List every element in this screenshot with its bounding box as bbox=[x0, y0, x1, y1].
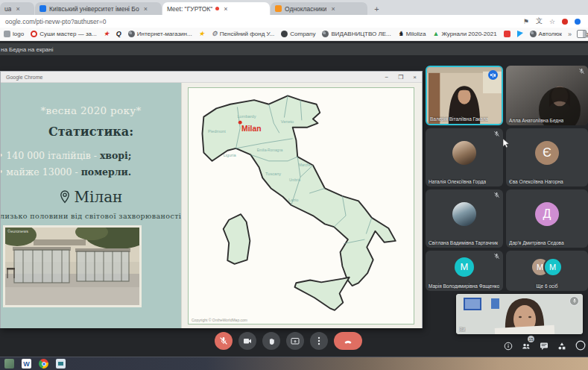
more-options-button[interactable] bbox=[310, 332, 328, 350]
participant-name: Світлана Вадимівна Тартачник bbox=[429, 240, 498, 245]
tab-meet-active[interactable]: Meet: "ГУРТОК" × bbox=[162, 2, 270, 15]
bookmark-star-icon[interactable]: ☆ bbox=[549, 18, 555, 25]
globe-icon bbox=[530, 31, 537, 37]
tab-partial[interactable]: ua × bbox=[0, 2, 34, 15]
url-text[interactable]: oogle.com/pti-nevw-pto?authuser=0 bbox=[0, 18, 523, 25]
minimize-button[interactable]: − bbox=[385, 74, 388, 81]
bookmark-item[interactable]: logo bbox=[4, 31, 24, 37]
svg-text:Tuscany: Tuscany bbox=[265, 172, 281, 176]
participants-icon[interactable]: 15 bbox=[522, 340, 531, 349]
bookmark-item[interactable]: ⚙Пенсійний фонд У... bbox=[212, 31, 275, 37]
slide-bullet-2: • майже 13000 - померли. bbox=[1, 166, 131, 178]
street-photo: ©euronews bbox=[3, 225, 142, 307]
chrome-icon[interactable] bbox=[39, 359, 48, 369]
university-favicon bbox=[39, 5, 46, 12]
participant-tile[interactable]: Д Дар'я Дмитрівна Сєдова bbox=[506, 189, 588, 248]
meeting-controls bbox=[215, 332, 362, 350]
bookmark-item[interactable]: ★ bbox=[104, 31, 110, 37]
host-controls-icon[interactable] bbox=[575, 340, 584, 349]
taskbar-app-icon[interactable] bbox=[4, 359, 14, 369]
address-bar[interactable]: oogle.com/pti-nevw-pto?authuser=0 ⚑ 文 ☆ bbox=[0, 15, 588, 28]
bookmark-item[interactable] bbox=[517, 31, 523, 37]
svg-text:Veneto: Veneto bbox=[281, 119, 294, 124]
svg-text:Marche: Marche bbox=[299, 163, 311, 167]
bookmark-item[interactable]: ♞Miloliza bbox=[398, 31, 426, 37]
shared-screen-window: Google Chrome − ❒ × *весна 2020 року* Ст… bbox=[0, 71, 423, 328]
mail-icon[interactable] bbox=[56, 359, 66, 369]
bookmark-item[interactable]: Company bbox=[281, 31, 315, 37]
mic-mute-button[interactable] bbox=[215, 332, 233, 350]
maximize-button[interactable]: ❒ bbox=[398, 74, 403, 81]
svg-text:Lombardy: Lombardy bbox=[237, 114, 256, 119]
participant-count-badge: 15 bbox=[528, 336, 534, 342]
more-participants-tile[interactable]: М М Ще 6 осіб bbox=[506, 251, 588, 291]
svg-text:Piedmont: Piedmont bbox=[208, 129, 226, 134]
italy-map-svg: Piedmont Lombardy Veneto Liguria Emilia-… bbox=[189, 90, 411, 321]
bookmark-item[interactable]: ВИДАВНИЦТВО ЛЕ... bbox=[322, 31, 391, 37]
meeting-info-icons: 15 bbox=[504, 339, 578, 351]
address-bar-icons: ⚑ 文 ☆ bbox=[523, 16, 588, 26]
participant-tile[interactable]: Наталія Олексіївна Горда bbox=[426, 128, 503, 186]
extension-red-icon[interactable] bbox=[562, 19, 568, 25]
tab-title: Meet: "ГУРТОК" bbox=[167, 5, 212, 13]
mic-muted-icon bbox=[493, 192, 500, 198]
slide-caption: близько половини від світової захворюван… bbox=[1, 212, 181, 220]
stacked-avatars: М М bbox=[506, 255, 588, 279]
translate-icon[interactable]: 文 bbox=[536, 16, 543, 26]
flag-icon[interactable]: ⚑ bbox=[523, 18, 529, 25]
bookmark-item[interactable]: Автолюкс bbox=[530, 31, 566, 37]
chat-icon[interactable] bbox=[540, 340, 549, 349]
bookmark-item[interactable]: ★ bbox=[199, 31, 205, 37]
tab-close-icon[interactable]: × bbox=[16, 5, 19, 13]
self-label: Ви bbox=[459, 327, 466, 332]
map-panel: Piedmont Lombardy Veneto Liguria Emilia-… bbox=[181, 83, 422, 328]
bookmark-item[interactable]: ▲Журнали 2020-2021 bbox=[433, 31, 497, 37]
presenting-banner: на Бедна на екрані bbox=[0, 43, 588, 55]
animal-icon: ♞ bbox=[398, 31, 404, 37]
participant-tile[interactable]: Алла Анатоліївна Бедна bbox=[506, 66, 588, 125]
bookmark-item[interactable]: Q bbox=[116, 31, 121, 37]
avatar: Д bbox=[535, 202, 559, 226]
audio-active-indicator bbox=[488, 70, 498, 80]
info-icon[interactable] bbox=[504, 340, 513, 349]
bookmark-item[interactable]: Суши мастер — за... bbox=[31, 31, 97, 37]
participant-name: Дар'я Дмитрівна Сєдова bbox=[509, 240, 564, 245]
tab-university[interactable]: Київський університет імені Бо × bbox=[35, 2, 162, 15]
participant-video bbox=[506, 66, 588, 125]
tab-title: ua bbox=[4, 5, 11, 13]
present-screen-button[interactable] bbox=[286, 332, 304, 350]
participant-tile[interactable]: М Марія Володимирівна Фащенко bbox=[426, 251, 503, 291]
milan-label: Milan bbox=[241, 125, 261, 133]
side-panel-icon[interactable] bbox=[577, 30, 587, 38]
svg-text:Lazio: Lazio bbox=[288, 198, 298, 202]
bookmark-item[interactable]: Интернет-магазин... bbox=[128, 31, 192, 37]
mic-muted-icon bbox=[493, 253, 500, 260]
tab-title: Київський університет імені Бо bbox=[49, 5, 139, 13]
camera-button[interactable] bbox=[238, 332, 256, 350]
drive-icon: ▲ bbox=[433, 31, 440, 37]
activities-icon[interactable] bbox=[557, 340, 566, 349]
globe-icon bbox=[322, 31, 329, 37]
participant-name: Марія Володимирівна Фащенко bbox=[429, 283, 499, 289]
word-icon[interactable]: W bbox=[22, 359, 31, 369]
self-view-tile[interactable]: Ви bbox=[456, 294, 583, 334]
participant-tile[interactable]: Є Єва Олексіївна Нагорна bbox=[506, 128, 588, 186]
tab-odnoklassniki[interactable]: Однокласники × bbox=[271, 2, 367, 15]
participant-tile[interactable]: Світлана Вадимівна Тартачник bbox=[426, 189, 503, 248]
mic-muted-icon bbox=[578, 68, 585, 75]
avatar: Є bbox=[535, 141, 559, 165]
participant-tile-speaking[interactable]: Валерія Віталіївна Гакала bbox=[426, 66, 503, 125]
extension-blue-icon[interactable] bbox=[575, 19, 581, 25]
tab-close-icon[interactable]: × bbox=[331, 5, 335, 13]
tab-close-icon[interactable]: × bbox=[224, 5, 227, 13]
bookmark-item[interactable] bbox=[504, 31, 510, 37]
raise-hand-button[interactable] bbox=[262, 332, 280, 350]
tab-close-icon[interactable]: × bbox=[144, 5, 148, 13]
end-call-button[interactable] bbox=[334, 332, 362, 350]
new-tab-button[interactable]: + bbox=[371, 3, 382, 14]
recording-dot-icon bbox=[215, 7, 219, 10]
window-titlebar: Google Chrome − ❒ × bbox=[1, 72, 422, 83]
bookmarks-overflow-chevron[interactable]: » bbox=[568, 31, 572, 38]
tab-strip: ua × Київський університет імені Бо × Me… bbox=[0, 0, 588, 15]
close-button[interactable]: × bbox=[413, 74, 417, 81]
